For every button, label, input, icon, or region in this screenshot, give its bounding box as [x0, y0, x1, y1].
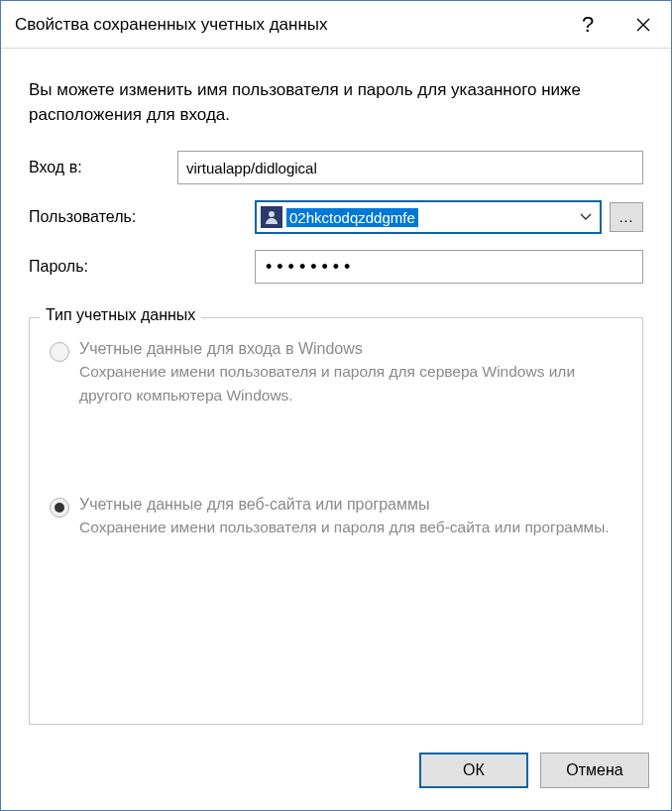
radio-title: Учетные данные для веб-сайта или програм… [79, 496, 622, 514]
chevron-down-icon [572, 202, 600, 232]
ok-button[interactable]: ОК [419, 753, 528, 788]
dialog-footer: ОК Отмена [1, 735, 671, 810]
group-legend: Тип учетных данных [40, 306, 201, 324]
credential-type-group: Тип учетных данных Учетные данные для вх… [29, 317, 643, 725]
help-button[interactable]: ? [560, 1, 616, 49]
radio-description: Сохранение имени пользователя и пароля д… [79, 516, 622, 538]
user-combobox[interactable]: 02hkctodqzddgmfe [255, 200, 602, 234]
titlebar: Свойства сохраненных учетных данных ? [1, 1, 671, 49]
window-title: Свойства сохраненных учетных данных [15, 15, 560, 35]
dialog-body: Вы можете изменить имя пользователя и па… [1, 49, 671, 735]
intro-text: Вы можете изменить имя пользователя и па… [29, 78, 643, 127]
radio-title: Учетные данные для входа в Windows [79, 340, 622, 358]
radio-icon [50, 498, 69, 518]
user-selected-value: 02hkctodqzddgmfe [286, 208, 418, 227]
radio-website-credentials: Учетные данные для веб-сайта или програм… [50, 496, 622, 538]
login-input[interactable] [177, 151, 643, 184]
svg-point-0 [269, 211, 275, 217]
login-row: Вход в: [29, 151, 643, 184]
radio-description: Сохранение имени пользователя и пароля д… [79, 360, 622, 406]
close-button[interactable] [616, 1, 671, 49]
login-label: Вход в: [29, 159, 177, 176]
cancel-button[interactable]: Отмена [540, 753, 649, 788]
user-avatar-icon [261, 206, 282, 228]
password-row: Пароль: [29, 250, 643, 284]
radio-windows-credentials: Учетные данные для входа в Windows Сохра… [50, 340, 622, 406]
password-label: Пароль: [29, 258, 177, 276]
password-input[interactable] [255, 250, 643, 284]
close-icon [635, 17, 651, 33]
radio-icon [50, 342, 69, 362]
dialog-window: Свойства сохраненных учетных данных ? Вы… [0, 0, 672, 811]
browse-button[interactable]: ... [610, 202, 643, 232]
user-label: Пользователь: [29, 208, 177, 226]
user-row: Пользователь: 02hkctodqzddgmfe ... [29, 200, 643, 234]
